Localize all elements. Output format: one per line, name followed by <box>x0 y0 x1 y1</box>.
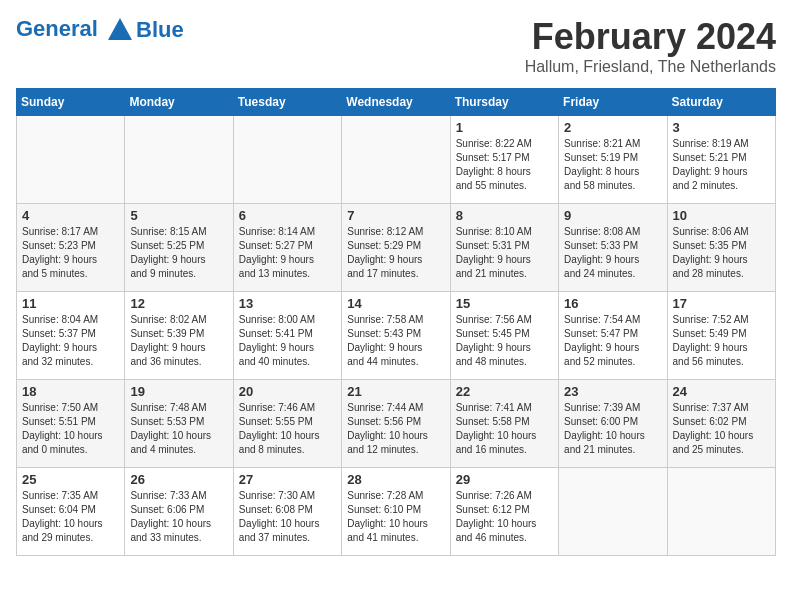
calendar-cell: 4Sunrise: 8:17 AM Sunset: 5:23 PM Daylig… <box>17 204 125 292</box>
calendar-cell: 16Sunrise: 7:54 AM Sunset: 5:47 PM Dayli… <box>559 292 667 380</box>
day-number: 4 <box>22 208 119 223</box>
day-number: 8 <box>456 208 553 223</box>
day-number: 21 <box>347 384 444 399</box>
weekday-header: Monday <box>125 89 233 116</box>
calendar-cell: 10Sunrise: 8:06 AM Sunset: 5:35 PM Dayli… <box>667 204 775 292</box>
calendar-cell: 18Sunrise: 7:50 AM Sunset: 5:51 PM Dayli… <box>17 380 125 468</box>
day-number: 17 <box>673 296 770 311</box>
calendar-cell: 26Sunrise: 7:33 AM Sunset: 6:06 PM Dayli… <box>125 468 233 556</box>
calendar-cell: 2Sunrise: 8:21 AM Sunset: 5:19 PM Daylig… <box>559 116 667 204</box>
calendar-week-row: 1Sunrise: 8:22 AM Sunset: 5:17 PM Daylig… <box>17 116 776 204</box>
calendar-cell: 29Sunrise: 7:26 AM Sunset: 6:12 PM Dayli… <box>450 468 558 556</box>
day-info: Sunrise: 8:15 AM Sunset: 5:25 PM Dayligh… <box>130 225 227 281</box>
calendar-cell: 27Sunrise: 7:30 AM Sunset: 6:08 PM Dayli… <box>233 468 341 556</box>
calendar-cell: 17Sunrise: 7:52 AM Sunset: 5:49 PM Dayli… <box>667 292 775 380</box>
day-number: 22 <box>456 384 553 399</box>
calendar-cell <box>17 116 125 204</box>
day-number: 11 <box>22 296 119 311</box>
day-info: Sunrise: 7:39 AM Sunset: 6:00 PM Dayligh… <box>564 401 661 457</box>
day-number: 15 <box>456 296 553 311</box>
calendar-body: 1Sunrise: 8:22 AM Sunset: 5:17 PM Daylig… <box>17 116 776 556</box>
day-number: 9 <box>564 208 661 223</box>
calendar-cell: 23Sunrise: 7:39 AM Sunset: 6:00 PM Dayli… <box>559 380 667 468</box>
weekday-header: Saturday <box>667 89 775 116</box>
weekday-header: Thursday <box>450 89 558 116</box>
calendar-cell <box>559 468 667 556</box>
day-number: 3 <box>673 120 770 135</box>
logo: General Blue <box>16 16 184 44</box>
page-header: General Blue February 2024 Hallum, Fries… <box>16 16 776 76</box>
calendar-cell: 24Sunrise: 7:37 AM Sunset: 6:02 PM Dayli… <box>667 380 775 468</box>
logo-general: General <box>16 16 98 41</box>
calendar-table: SundayMondayTuesdayWednesdayThursdayFrid… <box>16 88 776 556</box>
day-info: Sunrise: 8:22 AM Sunset: 5:17 PM Dayligh… <box>456 137 553 193</box>
day-number: 28 <box>347 472 444 487</box>
day-info: Sunrise: 8:08 AM Sunset: 5:33 PM Dayligh… <box>564 225 661 281</box>
day-info: Sunrise: 7:46 AM Sunset: 5:55 PM Dayligh… <box>239 401 336 457</box>
logo-icon <box>106 16 134 44</box>
month-title: February 2024 <box>525 16 776 58</box>
day-info: Sunrise: 8:14 AM Sunset: 5:27 PM Dayligh… <box>239 225 336 281</box>
day-info: Sunrise: 8:00 AM Sunset: 5:41 PM Dayligh… <box>239 313 336 369</box>
day-info: Sunrise: 8:19 AM Sunset: 5:21 PM Dayligh… <box>673 137 770 193</box>
calendar-cell <box>342 116 450 204</box>
day-info: Sunrise: 8:12 AM Sunset: 5:29 PM Dayligh… <box>347 225 444 281</box>
day-number: 18 <box>22 384 119 399</box>
day-number: 14 <box>347 296 444 311</box>
day-info: Sunrise: 7:58 AM Sunset: 5:43 PM Dayligh… <box>347 313 444 369</box>
calendar-week-row: 4Sunrise: 8:17 AM Sunset: 5:23 PM Daylig… <box>17 204 776 292</box>
calendar-cell: 3Sunrise: 8:19 AM Sunset: 5:21 PM Daylig… <box>667 116 775 204</box>
day-number: 26 <box>130 472 227 487</box>
day-info: Sunrise: 7:54 AM Sunset: 5:47 PM Dayligh… <box>564 313 661 369</box>
calendar-cell: 9Sunrise: 8:08 AM Sunset: 5:33 PM Daylig… <box>559 204 667 292</box>
calendar-cell: 22Sunrise: 7:41 AM Sunset: 5:58 PM Dayli… <box>450 380 558 468</box>
day-number: 16 <box>564 296 661 311</box>
calendar-cell: 14Sunrise: 7:58 AM Sunset: 5:43 PM Dayli… <box>342 292 450 380</box>
day-info: Sunrise: 7:26 AM Sunset: 6:12 PM Dayligh… <box>456 489 553 545</box>
svg-marker-0 <box>108 18 132 40</box>
day-number: 27 <box>239 472 336 487</box>
calendar-cell <box>233 116 341 204</box>
calendar-cell: 6Sunrise: 8:14 AM Sunset: 5:27 PM Daylig… <box>233 204 341 292</box>
weekday-header: Sunday <box>17 89 125 116</box>
weekday-header: Friday <box>559 89 667 116</box>
title-block: February 2024 Hallum, Friesland, The Net… <box>525 16 776 76</box>
day-number: 29 <box>456 472 553 487</box>
calendar-cell: 11Sunrise: 8:04 AM Sunset: 5:37 PM Dayli… <box>17 292 125 380</box>
day-info: Sunrise: 7:50 AM Sunset: 5:51 PM Dayligh… <box>22 401 119 457</box>
calendar-cell: 7Sunrise: 8:12 AM Sunset: 5:29 PM Daylig… <box>342 204 450 292</box>
day-number: 13 <box>239 296 336 311</box>
logo-blue: Blue <box>136 17 184 43</box>
calendar-cell <box>125 116 233 204</box>
day-info: Sunrise: 7:48 AM Sunset: 5:53 PM Dayligh… <box>130 401 227 457</box>
day-number: 24 <box>673 384 770 399</box>
day-number: 12 <box>130 296 227 311</box>
calendar-cell: 15Sunrise: 7:56 AM Sunset: 5:45 PM Dayli… <box>450 292 558 380</box>
day-info: Sunrise: 7:52 AM Sunset: 5:49 PM Dayligh… <box>673 313 770 369</box>
calendar-cell: 8Sunrise: 8:10 AM Sunset: 5:31 PM Daylig… <box>450 204 558 292</box>
day-info: Sunrise: 7:33 AM Sunset: 6:06 PM Dayligh… <box>130 489 227 545</box>
calendar-cell: 13Sunrise: 8:00 AM Sunset: 5:41 PM Dayli… <box>233 292 341 380</box>
day-number: 10 <box>673 208 770 223</box>
day-number: 23 <box>564 384 661 399</box>
calendar-week-row: 18Sunrise: 7:50 AM Sunset: 5:51 PM Dayli… <box>17 380 776 468</box>
day-info: Sunrise: 7:41 AM Sunset: 5:58 PM Dayligh… <box>456 401 553 457</box>
day-number: 6 <box>239 208 336 223</box>
day-info: Sunrise: 7:35 AM Sunset: 6:04 PM Dayligh… <box>22 489 119 545</box>
day-number: 19 <box>130 384 227 399</box>
day-info: Sunrise: 7:28 AM Sunset: 6:10 PM Dayligh… <box>347 489 444 545</box>
location: Hallum, Friesland, The Netherlands <box>525 58 776 76</box>
day-info: Sunrise: 8:06 AM Sunset: 5:35 PM Dayligh… <box>673 225 770 281</box>
weekday-header: Wednesday <box>342 89 450 116</box>
day-number: 25 <box>22 472 119 487</box>
calendar-cell: 1Sunrise: 8:22 AM Sunset: 5:17 PM Daylig… <box>450 116 558 204</box>
day-number: 7 <box>347 208 444 223</box>
calendar-cell: 25Sunrise: 7:35 AM Sunset: 6:04 PM Dayli… <box>17 468 125 556</box>
day-info: Sunrise: 7:30 AM Sunset: 6:08 PM Dayligh… <box>239 489 336 545</box>
calendar-cell: 12Sunrise: 8:02 AM Sunset: 5:39 PM Dayli… <box>125 292 233 380</box>
day-info: Sunrise: 7:56 AM Sunset: 5:45 PM Dayligh… <box>456 313 553 369</box>
calendar-cell: 28Sunrise: 7:28 AM Sunset: 6:10 PM Dayli… <box>342 468 450 556</box>
day-info: Sunrise: 8:17 AM Sunset: 5:23 PM Dayligh… <box>22 225 119 281</box>
day-info: Sunrise: 7:37 AM Sunset: 6:02 PM Dayligh… <box>673 401 770 457</box>
calendar-week-row: 11Sunrise: 8:04 AM Sunset: 5:37 PM Dayli… <box>17 292 776 380</box>
